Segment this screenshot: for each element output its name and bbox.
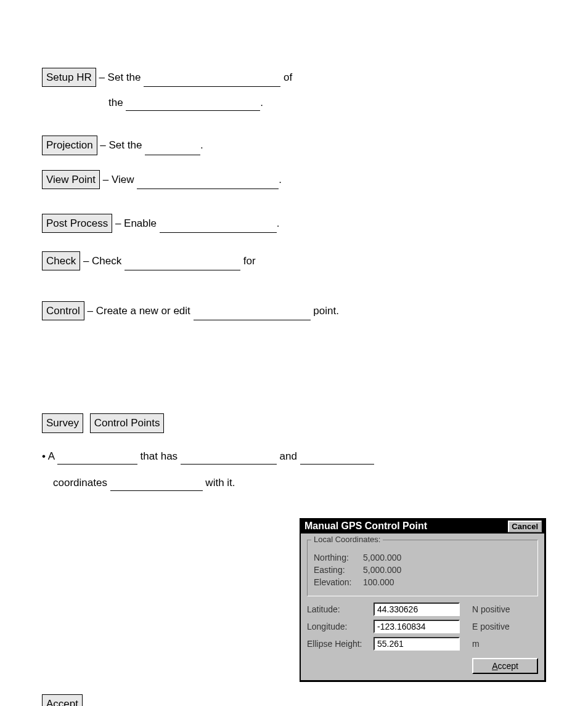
check-blank [125, 259, 240, 270]
northing-value: 5,000.000 [363, 553, 531, 562]
elevation-value: 100.000 [363, 577, 531, 587]
postprocess-button[interactable]: Post Process [42, 214, 112, 233]
dialog-accept-button[interactable]: Accept [472, 658, 538, 674]
check-button[interactable]: Check [42, 251, 80, 270]
latitude-hint: N positive [472, 604, 510, 614]
desc1-b2 [181, 453, 277, 465]
latitude-label: Latitude: [307, 604, 374, 614]
dialog-titlebar: Manual GPS Control Point Cancel [301, 519, 544, 534]
desc1-b3 [300, 453, 374, 465]
setup-hr-button[interactable]: Setup HR [42, 68, 96, 87]
local-coords-legend: Local Coordinates: [311, 535, 383, 544]
viewpoint-blank [137, 177, 279, 189]
desc2-b1 [110, 479, 203, 491]
longitude-label: Longitude: [307, 622, 374, 631]
latitude-input[interactable] [374, 603, 460, 616]
row-accept: Accept [42, 694, 546, 706]
control-blank [194, 309, 311, 321]
setup-hr-blank [144, 76, 280, 87]
check-dash: – Check [80, 255, 125, 267]
longitude-input[interactable] [374, 620, 460, 633]
manual-gps-dialog: Manual GPS Control Point Cancel Local Co… [300, 518, 546, 682]
projection-dash: – Set the [97, 139, 145, 151]
row-desc1: • A that has and [42, 448, 546, 465]
ellipse-height-input[interactable] [374, 637, 460, 651]
survey-button[interactable]: Survey [42, 413, 83, 432]
desc1-mid2: and [277, 450, 300, 462]
ellipse-height-hint: m [472, 639, 480, 649]
setup-hr-dash: – Set the [96, 71, 144, 83]
desc2-post: with it. [203, 477, 235, 489]
easting-label: Easting: [314, 565, 363, 575]
setup-hr-l2-pre: the [108, 97, 126, 108]
row-setup-hr: Setup HR – Set the of [42, 68, 546, 87]
row-viewpoint: View Point – View . [42, 170, 546, 189]
row-check: Check – Check for [42, 251, 546, 270]
dialog-title-text: Manual GPS Control Point [304, 521, 427, 532]
desc1-pre: • A [42, 450, 57, 462]
ellipse-height-label: Ellipse Height: [307, 639, 374, 649]
viewpoint-button[interactable]: View Point [42, 170, 100, 189]
longitude-hint: E positive [472, 622, 510, 631]
accept-button[interactable]: Accept [42, 694, 83, 706]
row-setup-hr-2: the . [42, 94, 546, 111]
elevation-label: Elevation: [314, 577, 363, 587]
postprocess-dash: – Enable [112, 217, 160, 229]
projection-button[interactable]: Projection [42, 136, 97, 155]
row-survey-buttons: Survey Control Points [42, 413, 546, 432]
projection-blank [145, 144, 200, 155]
row-control: Control – Create a new or edit point. [42, 301, 546, 320]
desc1-mid: that has [137, 450, 181, 462]
check-post: for [240, 255, 256, 267]
northing-label: Northing: [314, 553, 363, 562]
setup-hr-blank-2 [126, 100, 260, 112]
row-postprocess: Post Process – Enable . [42, 214, 546, 233]
control-dash: – Create a new or edit [84, 305, 194, 317]
cancel-button[interactable]: Cancel [508, 521, 542, 532]
control-button[interactable]: Control [42, 301, 84, 320]
control-post: point [311, 305, 337, 317]
easting-value: 5,000.000 [363, 565, 531, 575]
desc2-pre: coordinates [53, 477, 110, 489]
local-coords-group: Local Coordinates: Northing: 5,000.000 E… [307, 540, 538, 596]
control-points-button[interactable]: Control Points [90, 413, 165, 432]
desc1-b1 [57, 453, 137, 465]
viewpoint-dash: – View [100, 174, 137, 185]
row-projection: Projection – Set the . [42, 136, 546, 155]
postprocess-blank [160, 221, 277, 233]
row-desc2: coordinates with it. [53, 474, 546, 491]
